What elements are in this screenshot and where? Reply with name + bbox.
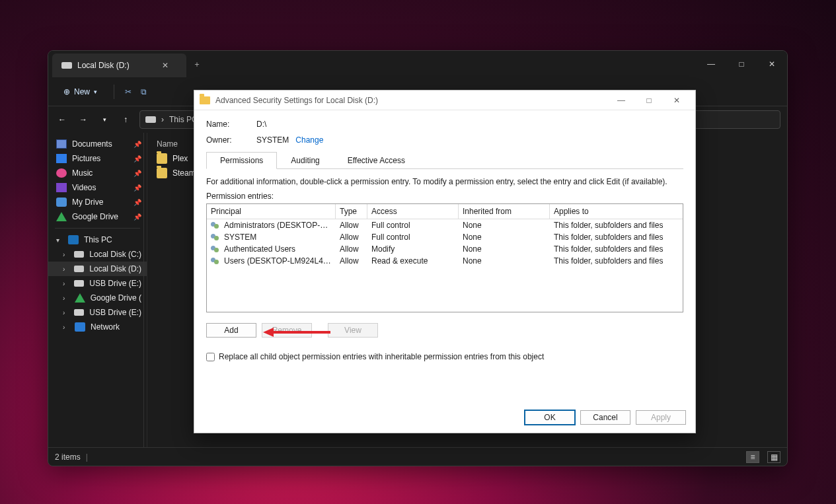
sidebar-label: USB Drive (E:) [89, 308, 141, 317]
sidebar-icon [74, 309, 84, 316]
cell-principal: Administrators (DESKTOP-LM92… [207, 219, 336, 231]
ok-button[interactable]: OK [525, 410, 575, 425]
sidebar-label: Documents [72, 139, 112, 149]
sidebar-item[interactable]: ›USB Drive (E:) [48, 276, 147, 291]
entries-label: Permission entries: [206, 192, 683, 201]
titlebar: Local Disk (D:) ✕ ＋ — □ ✕ [48, 51, 787, 77]
table-row[interactable]: SYSTEMAllowFull controlNoneThis folder, … [207, 231, 683, 243]
sidebar-item[interactable]: Music📌 [48, 166, 147, 180]
col-principal[interactable]: Principal [207, 204, 336, 219]
sidebar-item[interactable]: Google Drive📌 [48, 209, 147, 224]
maximize-button[interactable]: □ [636, 93, 662, 108]
chevron-down-icon: ▾ [56, 236, 63, 244]
copy-icon[interactable]: ⧉ [141, 87, 147, 96]
sidebar-icon [56, 183, 67, 192]
tab-permissions[interactable]: Permissions [206, 152, 277, 169]
replace-children-checkbox[interactable] [206, 353, 215, 361]
folder-icon [157, 153, 167, 164]
name-label: Name: [206, 120, 246, 129]
sidebar-item[interactable]: Videos📌 [48, 180, 147, 195]
pin-icon: 📌 [133, 199, 141, 206]
chevron-right-icon: › [63, 295, 69, 302]
close-button[interactable]: ✕ [664, 93, 690, 108]
cell-access: Modify [367, 243, 459, 255]
details-view-button[interactable]: ≡ [746, 451, 759, 463]
sidebar-separator [55, 228, 140, 229]
table-row[interactable]: Administrators (DESKTOP-LM92…AllowFull c… [207, 219, 683, 231]
chevron-right-icon: › [63, 280, 69, 287]
toolbar-separator [114, 85, 114, 99]
sidebar-label: Music [72, 168, 93, 178]
back-button[interactable]: ← [55, 115, 69, 124]
cell-applies: This folder, subfolders and files [550, 255, 683, 267]
cell-inherited: None [459, 255, 550, 267]
sidebar-icon [56, 168, 67, 178]
tab-effective-access[interactable]: Effective Access [334, 152, 419, 169]
sidebar-label: Google Drive [72, 212, 118, 221]
sidebar-icon [56, 212, 67, 221]
col-inherited[interactable]: Inherited from [459, 204, 550, 219]
group-icon [211, 234, 221, 242]
col-applies[interactable]: Applies to [550, 204, 683, 219]
sidebar-label: My Drive [72, 198, 103, 207]
minimize-button[interactable]: — [608, 93, 634, 108]
sidebar-item[interactable]: ›Network [48, 320, 147, 334]
sidebar-item[interactable]: ›Google Drive ( [48, 291, 147, 305]
owner-label: Owner: [206, 135, 246, 145]
table-row[interactable]: Users (DESKTOP-LM924L4\Users)AllowRead &… [207, 255, 683, 267]
history-chevron-icon[interactable]: ▾ [97, 116, 112, 123]
item-name: Steam [172, 168, 196, 178]
folder-icon [157, 168, 167, 178]
cell-applies: This folder, subfolders and files [550, 243, 683, 255]
explorer-tab[interactable]: Local Disk (D:) ✕ [52, 54, 186, 77]
new-button[interactable]: ⊕ New ▾ [57, 84, 103, 100]
sidebar-item[interactable]: Pictures📌 [48, 151, 147, 166]
cancel-button[interactable]: Cancel [580, 410, 630, 425]
thumbnails-view-button[interactable]: ▦ [767, 451, 780, 463]
chevron-right-icon: › [63, 324, 69, 331]
breadcrumb-chevron-icon: › [161, 115, 164, 124]
cell-principal: Users (DESKTOP-LM924L4\Users) [207, 255, 336, 267]
view-button: View [328, 323, 378, 338]
sidebar-item[interactable]: ›Local Disk (C:) [48, 247, 147, 262]
sidebar-label: Videos [72, 183, 96, 192]
new-tab-button[interactable]: ＋ [186, 51, 208, 77]
tab-auditing[interactable]: Auditing [277, 152, 333, 169]
sidebar-icon [74, 251, 84, 258]
add-button[interactable]: Add [206, 323, 256, 338]
pin-icon: 📌 [133, 141, 141, 148]
pin-icon: 📌 [133, 184, 141, 192]
col-type[interactable]: Type [336, 204, 367, 219]
security-dialog: Advanced Security Settings for Local Dis… [194, 90, 696, 433]
up-button[interactable]: ↑ [118, 115, 133, 124]
sidebar-item[interactable]: Documents📌 [48, 137, 147, 151]
close-tab-icon[interactable]: ✕ [153, 61, 177, 70]
cell-applies: This folder, subfolders and files [550, 219, 683, 231]
status-bar: 2 items | ≡ ▦ [48, 447, 787, 466]
sidebar-icon [75, 322, 85, 332]
maximize-button[interactable]: □ [726, 51, 757, 77]
cell-principal: Authenticated Users [207, 243, 336, 255]
sidebar-item[interactable]: ›USB Drive (E:) [48, 305, 147, 320]
plus-circle-icon: ⊕ [63, 87, 70, 96]
change-owner-link[interactable]: Change [295, 135, 323, 145]
sidebar-label: Google Drive ( [91, 293, 141, 303]
cut-icon[interactable]: ✂ [125, 87, 132, 96]
col-access[interactable]: Access [367, 204, 459, 219]
sidebar-item[interactable]: ›Local Disk (D:) [48, 262, 147, 276]
sidebar-item-this-pc[interactable]: ▾ This PC [48, 233, 147, 247]
sidebar-label: Local Disk (D:) [89, 264, 141, 273]
forward-button[interactable]: → [76, 115, 91, 124]
close-button[interactable]: ✕ [757, 51, 787, 77]
chevron-right-icon: › [63, 309, 69, 316]
chevron-right-icon: › [63, 251, 69, 258]
sidebar-item[interactable]: My Drive📌 [48, 195, 147, 209]
table-row[interactable]: Authenticated UsersAllowModifyNoneThis f… [207, 243, 683, 255]
minimize-button[interactable]: — [696, 51, 726, 77]
sidebar-label: Pictures [72, 154, 100, 163]
tab-title: Local Disk (D:) [77, 61, 130, 70]
drive-icon [145, 116, 156, 123]
group-icon [211, 246, 221, 254]
chevron-right-icon: › [63, 266, 69, 273]
cell-inherited: None [459, 219, 550, 231]
